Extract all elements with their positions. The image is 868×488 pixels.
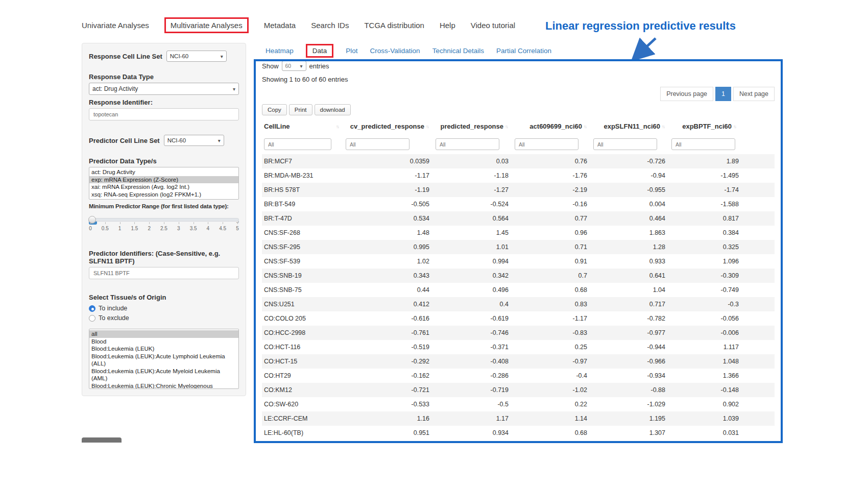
tab-cross-validation[interactable]: Cross-Validation xyxy=(370,47,420,55)
option-blood-leukemia-leuk-chronic-myelogenous-leukemia-cml[interactable]: Blood:Leukemia (LEUK):Chronic Myelogenou… xyxy=(89,382,238,389)
download-button[interactable]: download xyxy=(315,104,351,115)
predictor-cell-line-set-select[interactable]: NCI-60 ▾ xyxy=(164,135,224,146)
filter-input-predicted-response[interactable] xyxy=(436,138,499,150)
option-act-drug-activity[interactable]: act: Drug Activity xyxy=(89,168,238,176)
cell-value: -0.5 xyxy=(433,397,513,411)
tab-data[interactable]: Data xyxy=(306,44,334,58)
cell-value: -0.746 xyxy=(433,326,513,340)
cell-value: -1.588 xyxy=(669,197,775,211)
tab-technical-details[interactable]: Technical Details xyxy=(432,47,484,55)
cell-value: -0.292 xyxy=(344,354,433,369)
cell-value: 0.76 xyxy=(513,154,591,168)
cell-line-name: CO:SW-620 xyxy=(262,397,344,411)
filter-input-expslfn11-nci60[interactable] xyxy=(593,138,657,150)
show-entries-select[interactable]: 60 ▾ xyxy=(282,61,306,71)
option-blood-leukemia-leuk[interactable]: Blood:Leukemia (LEUK) xyxy=(89,345,238,353)
slider-handle[interactable] xyxy=(88,216,96,224)
next-page-button[interactable]: Next page xyxy=(733,87,775,101)
predictor-data-type-listbox[interactable]: act: Drug Activityexp: mRNA Expression (… xyxy=(89,167,239,200)
tissue-listbox[interactable]: allBloodBlood:Leukemia (LEUK)Blood:Leuke… xyxy=(89,329,239,389)
cell-value: -0.056 xyxy=(669,311,775,326)
cell-value: -0.371 xyxy=(433,340,513,354)
page-number-button[interactable]: 1 xyxy=(715,87,731,101)
cell-value: 0.004 xyxy=(591,197,669,211)
cell-value: -0.309 xyxy=(669,269,775,283)
cell-value: -0.006 xyxy=(669,326,775,340)
table-row: CO:COLO 205-0.616-0.619-1.17-0.782-0.056 xyxy=(262,311,775,326)
cell-value: -0.4 xyxy=(513,369,591,383)
column-header-expbptf-nci60[interactable]: expBPTF_nci60↑↓ xyxy=(669,118,775,134)
slider-track[interactable] xyxy=(89,218,239,222)
option-xai-mrna-expression-avg-log2-int[interactable]: xai: mRNA Expression (Avg. log2 Int.) xyxy=(89,183,238,191)
cell-value: 0.91 xyxy=(513,254,591,269)
table-row: CNS:SF-5391.020.9940.910.9331.096 xyxy=(262,254,775,269)
filter-input-act609699-nci60[interactable] xyxy=(515,138,578,150)
tab-partial-correlation[interactable]: Partial Correlation xyxy=(496,47,551,55)
cell-value: 0.4 xyxy=(433,297,513,311)
table-row: BR:HS 578T-1.19-1.27-2.19-0.955-1.74 xyxy=(262,183,775,197)
nav-item-multivariate-analyses[interactable]: Multivariate Analyses xyxy=(164,17,249,33)
cell-value: 1.04 xyxy=(591,283,669,297)
response-cell-line-set-select[interactable]: NCI-60 ▾ xyxy=(166,51,227,62)
cell-value: 1.89 xyxy=(669,154,775,168)
cell-value: -0.726 xyxy=(591,154,669,168)
entries-label: entries xyxy=(309,62,329,70)
predictor-identifiers-label: Predictor Identifiers: (Case-Sensitive, … xyxy=(89,250,239,265)
sort-icon: ↑↓ xyxy=(584,124,587,129)
cell-value: -0.97 xyxy=(513,354,591,369)
nav-item-univariate-analyses[interactable]: Univariate Analyses xyxy=(82,21,149,30)
option-blood[interactable]: Blood xyxy=(89,338,238,346)
annotation-title: Linear regression predictive results xyxy=(545,19,736,33)
predictor-identifiers-input[interactable] xyxy=(89,267,239,279)
option-all[interactable]: all xyxy=(89,330,238,338)
print-button[interactable]: Print xyxy=(289,104,312,115)
column-header-expslfn11-nci60[interactable]: expSLFN11_nci60↑↓ xyxy=(591,118,669,134)
cell-value: -1.76 xyxy=(513,168,591,183)
column-header-cellline[interactable]: CellLine↑↓ xyxy=(262,118,344,134)
tab-heatmap[interactable]: Heatmap xyxy=(266,47,294,55)
radio-to-include[interactable]: To include xyxy=(89,305,239,312)
nav-item-tcga-distribution[interactable]: TCGA distribution xyxy=(364,21,424,30)
cell-value: 0.641 xyxy=(591,269,669,283)
cell-value: 0.496 xyxy=(433,283,513,297)
cell-line-name: CO:COLO 205 xyxy=(262,311,344,326)
filter-input-expbptf-nci60[interactable] xyxy=(671,138,735,150)
table-row: CNS:U2510.4120.40.830.717-0.3 xyxy=(262,297,775,311)
cell-line-name: BR:HS 578T xyxy=(262,183,344,197)
cell-value: 0.995 xyxy=(344,240,433,254)
column-header-predicted-response[interactable]: predicted_response↑↓ xyxy=(433,118,513,134)
min-range-slider[interactable]: 0 5 00.511.522.533.544.55 xyxy=(89,218,239,242)
table-row: CO:HCT-116-0.519-0.3710.25-0.9441.117 xyxy=(262,340,775,354)
cell-value: 1.117 xyxy=(669,340,775,354)
option-exp-mrna-expression-z-score[interactable]: exp: mRNA Expression (Z-Score) xyxy=(89,176,238,184)
nav-item-help[interactable]: Help xyxy=(440,21,455,30)
cell-line-name: BR:MCF7 xyxy=(262,154,344,168)
cell-value: 0.03 xyxy=(433,154,513,168)
nav-item-search-ids[interactable]: Search IDs xyxy=(311,21,349,30)
results-table: CellLine↑↓cv_predicted_response↑↓predict… xyxy=(262,118,775,440)
sort-icon: ↑↓ xyxy=(336,124,340,129)
nav-item-video-tutorial[interactable]: Video tutorial xyxy=(471,21,515,30)
option-blood-leukemia-leuk-acute-myeloid-leukemia-aml[interactable]: Blood:Leukemia (LEUK):Acute Myeloid Leuk… xyxy=(89,368,238,382)
filter-input-cv-predicted-response[interactable] xyxy=(346,138,409,150)
tab-plot[interactable]: Plot xyxy=(346,47,357,55)
cell-value: -1.27 xyxy=(433,183,513,197)
column-header-act609699-nci60[interactable]: act609699_nci60↑↓ xyxy=(513,118,591,134)
previous-page-button[interactable]: Previous page xyxy=(660,87,713,101)
copy-button[interactable]: Copy xyxy=(262,104,287,115)
table-row: CNS:SF-2681.481.450.961.8630.384 xyxy=(262,226,775,240)
cell-value: -1.19 xyxy=(344,183,433,197)
response-data-type-select[interactable]: act: Drug Activity ▾ xyxy=(89,83,239,95)
table-row: CO:HCT-15-0.292-0.408-0.97-0.9661.048 xyxy=(262,354,775,369)
chevron-down-icon: ▾ xyxy=(218,138,221,143)
radio-to-exclude[interactable]: To exclude xyxy=(89,314,239,322)
cell-line-name: BR:BT-549 xyxy=(262,197,344,211)
cell-value: -1.17 xyxy=(344,168,433,183)
column-header-cv-predicted-response[interactable]: cv_predicted_response↑↓ xyxy=(344,118,433,134)
nav-item-metadata[interactable]: Metadata xyxy=(264,21,296,30)
filter-input-cellline[interactable] xyxy=(264,138,331,150)
option-xsq-rna-seq-expression-log2-fpkm-1[interactable]: xsq: RNA-seq Expression (log2 FPKM+1.) xyxy=(89,191,238,199)
response-identifier-input[interactable] xyxy=(89,108,239,120)
option-blood-leukemia-leuk-acute-lymphoid-leukemia-all[interactable]: Blood:Leukemia (LEUK):Acute Lymphoid Leu… xyxy=(89,353,238,368)
cell-line-name: CNS:SF-539 xyxy=(262,254,344,269)
